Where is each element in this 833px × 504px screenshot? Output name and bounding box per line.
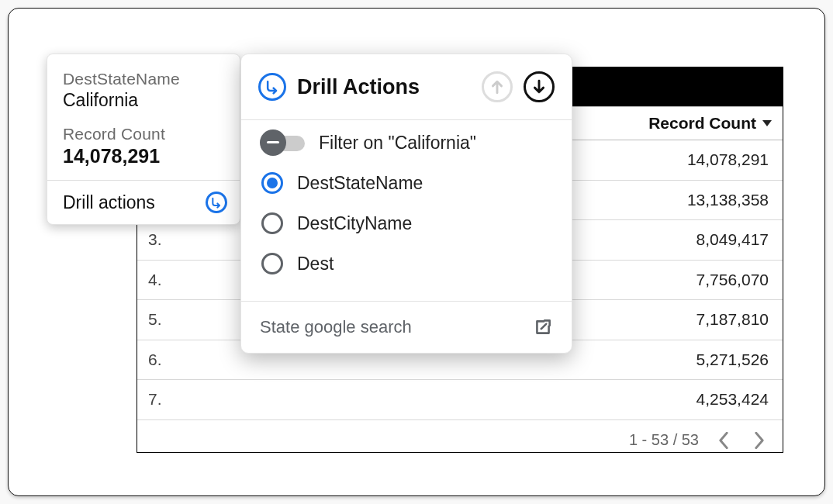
radio-button[interactable] [261,172,283,194]
minus-icon [260,129,286,156]
radio-button[interactable] [261,212,283,234]
tooltip-card: DestStateName California Record Count 14… [47,54,240,225]
filter-toggle[interactable] [261,136,305,151]
external-link-row[interactable]: State google search [241,302,572,353]
row-index: 5. [137,310,180,329]
table-footer: 1 - 53 / 53 [137,420,783,461]
row-value: 4,253,424 [180,390,783,409]
radio-button[interactable] [261,253,283,274]
drill-option-dest[interactable]: Dest [255,243,558,284]
arrow-down-icon [532,79,546,95]
column-header-label: Record Count [648,114,756,133]
drill-panel-title: Drill Actions [297,75,471,99]
drill-option-destcityname[interactable]: DestCityName [255,203,558,243]
table-row[interactable]: 7. 4,253,424 [137,380,783,420]
drill-actions-label: Drill actions [63,192,155,213]
drill-option-deststatename[interactable]: DestStateName [255,163,558,203]
tooltip-field-value: California [63,90,224,111]
external-link-label: State google search [260,317,412,337]
drill-icon [258,73,286,101]
drill-actions-button[interactable]: Drill actions [47,180,240,224]
prev-page-button[interactable] [713,430,734,451]
drill-icon [206,192,227,213]
filter-toggle-row[interactable]: Filter on "California" [255,123,558,163]
column-header-record-count[interactable]: Record Count [581,114,783,133]
row-index: 4. [137,271,180,289]
sort-desc-icon [762,120,772,126]
chevron-right-icon [754,432,765,449]
arrow-up-icon [490,79,504,95]
next-page-button[interactable] [748,430,770,451]
option-label: DestStateName [297,173,423,194]
filter-toggle-label: Filter on "California" [319,133,476,154]
chevron-left-icon [718,432,729,449]
row-index: 3. [137,230,180,249]
option-label: DestCityName [297,213,412,234]
tooltip-field-label: DestStateName [63,70,224,88]
tooltip-metric-label: Record Count [63,125,224,143]
drill-actions-panel: Drill Actions Filter on "California" Des… [240,54,572,354]
row-index: 7. [137,390,180,409]
option-label: Dest [297,254,334,274]
open-external-icon [533,317,553,337]
row-index: 6. [137,350,180,369]
tooltip-metric-value: 14,078,291 [63,145,224,167]
pagination-label: 1 - 53 / 53 [629,431,699,449]
drill-up-button[interactable] [482,71,513,102]
drill-down-button[interactable] [524,71,555,102]
content-frame: Record Count 1. 14,078,291 2. 13,138,358… [8,8,825,496]
